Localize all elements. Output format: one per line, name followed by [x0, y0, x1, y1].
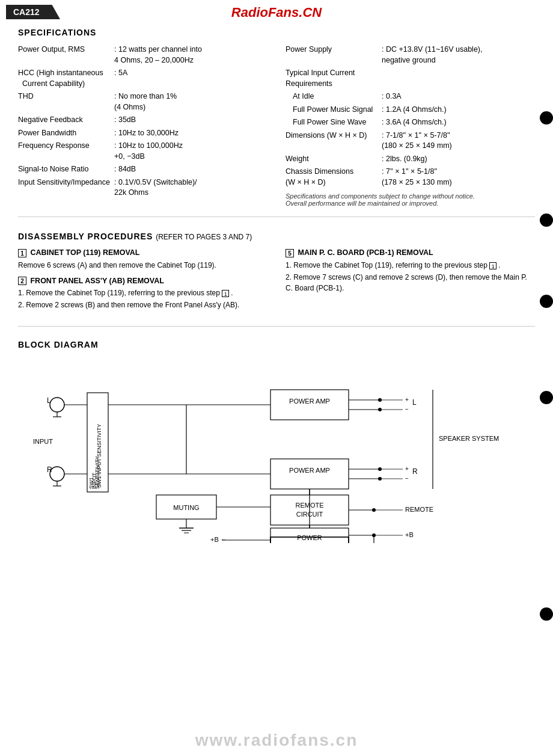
step-2-label: FRONT PANEL ASS'Y (AB) REMOVAL — [30, 277, 163, 285]
spec-label: Negative Feedback — [18, 115, 114, 126]
svg-text:POWER: POWER — [297, 534, 322, 541]
spec-weight: Weight 2lbs. (0.9kg) — [286, 154, 535, 165]
step-1-label: CABINET TOP (119) REMOVAL — [30, 248, 139, 257]
spec-value: 3.6A (4 Ohms/ch.) — [382, 117, 447, 128]
spec-value: 5A — [114, 68, 127, 89]
step-5-title: 5 MAIN P. C. BOARD (PCB-1) REMOVAL — [286, 248, 535, 257]
step-num-2: 2 — [18, 277, 26, 285]
header: CA212 RadioFans.CN — [0, 0, 553, 22]
svg-text:INPUT: INPUT — [33, 438, 53, 445]
spec-value: 10Hz to 100,000Hz+0, −3dB — [114, 141, 183, 162]
spec-label: Input Sensitivity/Impedance — [18, 177, 114, 198]
specifications-title: SPECIFICATIONS — [18, 28, 535, 37]
specs-container: Power Output, RMS 12 watts per channel i… — [18, 45, 535, 207]
spec-thd: THD No more than 1%(4 Ohms) — [18, 91, 267, 112]
spec-value: 7-1/8'' × 1'' × 5-7/8''(180 × 25 × 149 m… — [382, 131, 452, 152]
disassembly-right: 5 MAIN P. C. BOARD (PCB-1) REMOVAL 1. Re… — [286, 248, 535, 316]
block-diagram: L R INPUT SW1 INPUT SENSITIVITY SW1 INPU… — [18, 357, 535, 543]
spec-label: Dimensions (W × H × D) — [286, 131, 382, 152]
svg-text:−: − — [405, 475, 409, 482]
svg-text:SW1 INPUT SENSITIVITY: SW1 INPUT SENSITIVITY — [96, 424, 102, 488]
spec-value: 1.2A (4 Ohms/ch.) — [382, 105, 447, 115]
divider-1 — [18, 217, 535, 217]
spec-label: Power Bandwidth — [18, 128, 114, 139]
spec-label: Power Output, RMS — [18, 45, 114, 66]
spec-value: DC +13.8V (11~16V usable),negative groun… — [382, 45, 482, 66]
disassembly-title: DISASSEMBLY PROCEDURES (REFER TO PAGES 3… — [18, 232, 535, 241]
diagram-svg: L R INPUT SW1 INPUT SENSITIVITY SW1 INPU… — [18, 357, 535, 543]
spec-label: Full Power Music Signal — [286, 105, 382, 115]
spec-hcc: HCC (High instantaneous Current Capabili… — [18, 68, 267, 89]
spec-power-supply: Power Supply DC +13.8V (11~16V usable),n… — [286, 45, 535, 66]
step-1-body: Remove 6 screws (A) and then remove the … — [18, 260, 267, 271]
svg-text:R: R — [412, 467, 418, 476]
circle-marker-2 — [540, 214, 553, 227]
circle-marker-5 — [540, 607, 553, 621]
spec-value: 12 watts per channel into4 Ohms, 20 – 20… — [114, 45, 202, 66]
spec-input-current-header: Typical Input CurrentRequirements — [286, 68, 535, 89]
spec-chassis-dim: Chassis Dimensions(W × H × D) 7'' × 1'' … — [286, 167, 535, 188]
specs-left: Power Output, RMS 12 watts per channel i… — [18, 45, 280, 207]
spec-freq-response: Frequency Response 10Hz to 100,000Hz+0, … — [18, 141, 267, 162]
svg-text:MUTING: MUTING — [173, 504, 199, 511]
disassembly-section: DISASSEMBLY PROCEDURES (REFER TO PAGES 3… — [0, 221, 553, 322]
spec-label: Full Power Sine Wave — [286, 117, 382, 128]
spec-full-music: Full Power Music Signal 1.2A (4 Ohms/ch.… — [286, 105, 535, 115]
spec-at-idle: At Idle 0.3A — [286, 91, 535, 102]
spec-value: 84dB — [114, 164, 136, 175]
step-1-title: 1 CABINET TOP (119) REMOVAL — [18, 248, 267, 257]
specifications-section: SPECIFICATIONS Power Output, RMS 12 watt… — [0, 22, 553, 213]
spec-value: 35dB — [114, 115, 136, 126]
spec-value: 0.3A — [382, 91, 402, 102]
svg-rect-21 — [270, 459, 349, 489]
spec-label: Weight — [286, 154, 382, 165]
step-5-label: MAIN P. C. BOARD (PCB-1) REMOVAL — [298, 248, 433, 257]
spec-power-bandwidth: Power Bandwidth 10Hz to 30,000Hz — [18, 128, 267, 139]
svg-point-0 — [50, 398, 64, 412]
circle-marker-3 — [540, 295, 553, 308]
watermark: www.radiofans.cn — [195, 731, 358, 750]
spec-label: Power Supply — [286, 45, 382, 66]
model-tag: CA212 — [6, 5, 60, 19]
circle-marker-4 — [540, 391, 553, 404]
spec-value: 10Hz to 30,000Hz — [114, 128, 179, 139]
step-2-title: 2 FRONT PANEL ASS'Y (AB) REMOVAL — [18, 277, 267, 286]
svg-text:+B ←: +B ← — [210, 536, 227, 543]
block-diagram-section: BLOCK DIAGRAM L R INPUT SW1 INPUT SENSIT… — [0, 330, 553, 555]
spec-label: Typical Input CurrentRequirements — [286, 68, 382, 89]
spec-input-sens: Input Sensitivity/Impedance 0.1V/0.5V (S… — [18, 177, 267, 198]
spec-value: 2lbs. (0.9kg) — [382, 154, 427, 165]
svg-text:REMOTE: REMOTE — [405, 506, 433, 513]
spec-value: No more than 1%(4 Ohms) — [114, 91, 177, 112]
circle-marker-1 — [540, 111, 553, 124]
spec-label: THD — [18, 91, 114, 112]
disassembly-left: 1 CABINET TOP (119) REMOVAL Remove 6 scr… — [18, 248, 267, 316]
step-2-body: 1. Remove the Cabinet Top (119), referri… — [18, 287, 267, 310]
block-diagram-title: BLOCK DIAGRAM — [18, 340, 535, 349]
site-title: RadioFans.CN — [231, 5, 322, 20]
svg-text:L: L — [412, 398, 417, 407]
svg-rect-19 — [270, 390, 349, 420]
step-5-body: 1. Remove the Cabinet Top (119), referri… — [286, 260, 535, 293]
spec-label: Chassis Dimensions(W × H × D) — [286, 167, 382, 188]
spec-value: 0.1V/0.5V (Switchable)/22k Ohms — [114, 177, 197, 198]
step-num-1: 1 — [18, 249, 26, 257]
spec-label: HCC (High instantaneous Current Capabili… — [18, 68, 114, 89]
spec-dimensions: Dimensions (W × H × D) 7-1/8'' × 1'' × 5… — [286, 131, 535, 152]
spec-full-sine: Full Power Sine Wave 3.6A (4 Ohms/ch.) — [286, 117, 535, 128]
spec-note: Specifications and components subject to… — [286, 192, 535, 207]
specs-right: Power Supply DC +13.8V (11~16V usable),n… — [280, 45, 535, 207]
svg-text:L: L — [47, 396, 51, 405]
spec-power-output: Power Output, RMS 12 watts per channel i… — [18, 45, 267, 66]
disassembly-container: 1 CABINET TOP (119) REMOVAL Remove 6 scr… — [18, 248, 535, 316]
svg-text:+: + — [405, 396, 409, 403]
svg-text:R: R — [47, 466, 52, 474]
spec-value: 7'' × 1'' × 5-1/8''(178 × 25 × 130 mm) — [382, 167, 452, 188]
svg-text:SUPPLY: SUPPLY — [297, 542, 323, 543]
svg-text:POWER AMP: POWER AMP — [289, 398, 330, 405]
spec-label: At Idle — [286, 91, 382, 102]
svg-text:+B: +B — [405, 531, 414, 538]
svg-text:SPEAKER SYSTEM: SPEAKER SYSTEM — [439, 435, 499, 442]
spec-snr: Signal-to Noise Ratio 84dB — [18, 164, 267, 175]
divider-2 — [18, 326, 535, 327]
